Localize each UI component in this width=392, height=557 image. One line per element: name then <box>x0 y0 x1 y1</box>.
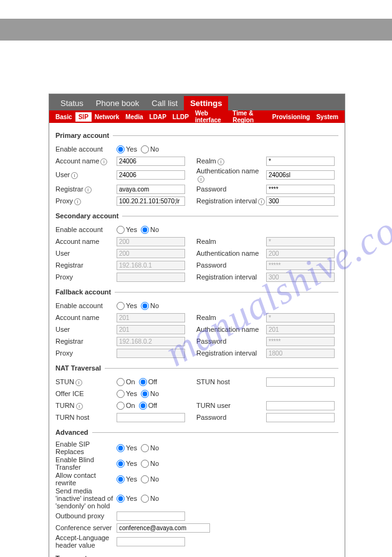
info-icon[interactable]: i <box>258 198 265 205</box>
primary-regint-input[interactable] <box>266 196 335 206</box>
primary-account-name-input[interactable] <box>117 157 185 166</box>
info-icon[interactable]: i <box>74 198 81 205</box>
label-turn-user: TURN user <box>196 402 266 409</box>
subtab-system[interactable]: System <box>313 112 342 122</box>
info-icon[interactable]: i <box>85 186 92 193</box>
label-on: On <box>126 402 135 409</box>
subtab-provisioning[interactable]: Provisioning <box>269 112 313 122</box>
subtab-webinterface[interactable]: Web interface <box>192 109 229 125</box>
label-sip-replaces: Enable SIP Replaces <box>55 440 117 455</box>
turn-user-input[interactable] <box>266 401 335 410</box>
fallback-legend: Fallback account <box>55 288 115 296</box>
label-user: User <box>55 326 117 333</box>
blind-transfer-yes[interactable] <box>117 460 125 468</box>
subtab-sip[interactable]: SIP <box>75 112 92 122</box>
tab-status[interactable]: Status <box>54 96 90 110</box>
blind-transfer-no[interactable] <box>141 460 149 468</box>
fallback-authname-input[interactable] <box>266 325 335 334</box>
contact-rewrite-no[interactable] <box>141 475 149 483</box>
label-no: No <box>150 460 159 467</box>
contact-rewrite-yes[interactable] <box>117 475 125 483</box>
primary-password-input[interactable] <box>266 185 335 194</box>
subtab-basic[interactable]: Basic <box>52 112 75 122</box>
subtab-ldap[interactable]: LDAP <box>146 112 170 122</box>
send-inactive-yes[interactable] <box>117 495 125 503</box>
label-enable-account: Enable account <box>55 302 117 309</box>
info-icon[interactable]: i <box>218 158 224 165</box>
fallback-realm-input[interactable] <box>266 313 335 322</box>
outbound-proxy-input[interactable] <box>117 511 185 521</box>
tab-phonebook[interactable]: Phone book <box>90 96 145 110</box>
fallback-account-name-input[interactable] <box>117 313 185 322</box>
fallback-registrar-input[interactable] <box>117 337 185 346</box>
label-no: No <box>150 302 159 309</box>
advanced-legend: Advanced <box>55 429 92 436</box>
fallback-user-input[interactable] <box>117 325 185 334</box>
sip-replaces-yes[interactable] <box>117 444 125 452</box>
primary-realm-input[interactable] <box>266 157 335 166</box>
conference-server-input[interactable] <box>117 523 210 533</box>
ice-yes[interactable] <box>117 390 125 398</box>
info-icon[interactable]: i <box>71 172 78 179</box>
fallback-proxy-input[interactable] <box>117 349 185 358</box>
primary-proxy-input[interactable] <box>117 196 185 206</box>
primary-account-group: Primary account Enable account Yes No Ac… <box>55 132 338 208</box>
secondary-proxy-input[interactable] <box>117 273 185 282</box>
accept-language-input[interactable] <box>117 537 185 546</box>
info-icon[interactable]: i <box>198 176 204 183</box>
label-blind-transfer: Enable Blind Transfer <box>55 456 117 471</box>
subtab-timeregion[interactable]: Time & Region <box>229 109 269 125</box>
primary-enable-no[interactable] <box>141 145 149 153</box>
fallback-password-input[interactable] <box>266 337 335 346</box>
fallback-account-group: Fallback account Enable account Yes No A… <box>55 288 338 361</box>
ice-no[interactable] <box>141 390 149 398</box>
turn-host-input[interactable] <box>117 413 185 422</box>
info-icon[interactable]: i <box>100 158 107 165</box>
settings-panel: Status Phone book Call list Settings Bas… <box>49 94 345 557</box>
label-password: Password <box>196 337 266 345</box>
label-registrar: Registrari <box>55 185 117 193</box>
nat-legend: NAT Traversal <box>55 364 105 372</box>
send-inactive-no[interactable] <box>141 495 149 503</box>
secondary-user-input[interactable] <box>117 249 185 258</box>
secondary-enable-yes[interactable] <box>117 226 125 234</box>
primary-user-input[interactable] <box>117 170 185 180</box>
secondary-registrar-input[interactable] <box>117 261 185 270</box>
tab-calllist[interactable]: Call list <box>145 96 184 110</box>
turn-password-input[interactable] <box>266 413 335 422</box>
info-icon[interactable]: i <box>75 379 82 386</box>
label-proxy: Proxyi <box>55 197 117 205</box>
subtab-network[interactable]: Network <box>92 112 122 122</box>
secondary-authname-input[interactable] <box>266 249 335 258</box>
label-regint: Registration interval <box>196 349 266 357</box>
label-yes: Yes <box>126 460 137 467</box>
label-send-inactive: Send media 'inactive' instead of 'sendon… <box>55 487 117 510</box>
subtab-media[interactable]: Media <box>122 112 146 122</box>
subtab-lldp[interactable]: LLDP <box>170 112 192 122</box>
secondary-password-input[interactable] <box>266 261 335 270</box>
secondary-regint-input[interactable] <box>266 273 335 282</box>
page-top-bar <box>0 19 392 41</box>
label-realm: Realm <box>196 238 266 245</box>
secondary-enable-no[interactable] <box>141 226 149 234</box>
primary-registrar-input[interactable] <box>117 185 185 194</box>
primary-authname-input[interactable] <box>266 170 335 180</box>
turn-on[interactable] <box>117 402 125 410</box>
fallback-regint-input[interactable] <box>266 349 335 358</box>
secondary-realm-input[interactable] <box>266 237 335 246</box>
secondary-account-name-input[interactable] <box>117 237 185 246</box>
stun-host-input[interactable] <box>266 377 335 387</box>
fallback-enable-no[interactable] <box>141 302 149 310</box>
fallback-enable-yes[interactable] <box>117 302 125 310</box>
stun-on[interactable] <box>117 378 125 386</box>
stun-off[interactable] <box>139 378 147 386</box>
label-turn: TURNi <box>55 402 117 410</box>
turn-off[interactable] <box>139 402 147 410</box>
primary-enable-yes[interactable] <box>117 145 125 153</box>
sip-replaces-no[interactable] <box>141 444 149 452</box>
info-icon[interactable]: i <box>76 403 83 410</box>
label-account-name: Account name <box>55 238 117 245</box>
secondary-account-group: Secondary account Enable account Yes No … <box>55 212 338 284</box>
label-authname: Authentication name <box>196 326 266 333</box>
label-offer-ice: Offer ICE <box>55 390 117 397</box>
